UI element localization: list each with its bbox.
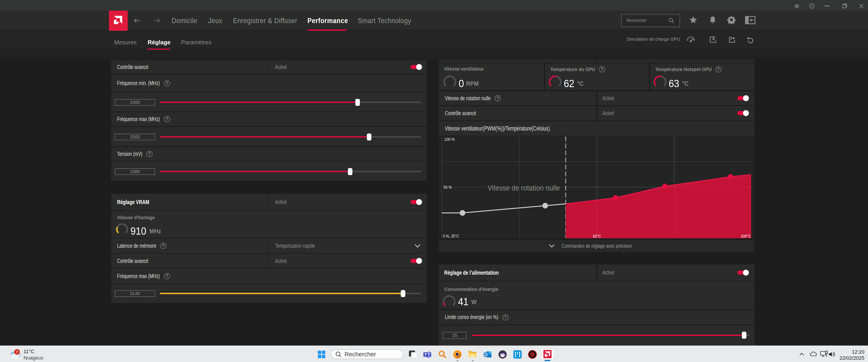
svg-text:0 %, 25°C: 0 %, 25°C (443, 234, 459, 239)
svg-text:100 %: 100 % (444, 137, 455, 142)
svg-text:62°C: 62°C (593, 234, 601, 239)
svg-text:7: 7 (16, 350, 18, 354)
svg-text:Vitesse de rotation nulle: Vitesse de rotation nulle (488, 184, 560, 192)
svg-text:50 %: 50 % (443, 185, 452, 190)
svg-text:?: ? (811, 4, 813, 8)
svg-text:100°C: 100°C (741, 234, 751, 239)
